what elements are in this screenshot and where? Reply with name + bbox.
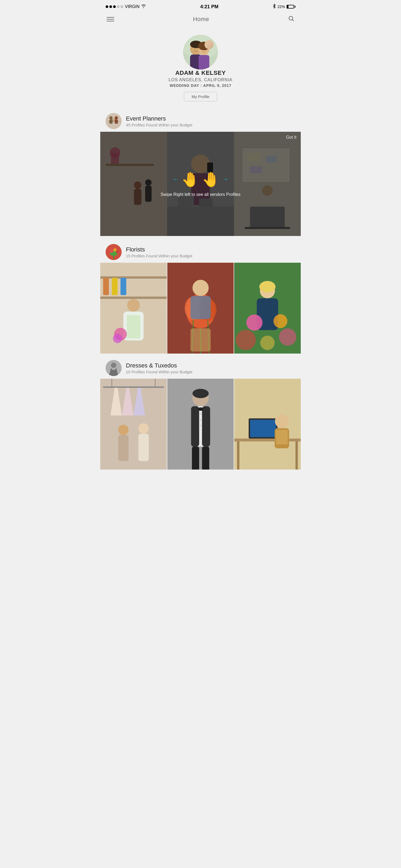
svg-point-44 <box>116 251 119 253</box>
svg-point-43 <box>113 248 117 251</box>
dresses-info: Dresses & Tuxedos 10 Profiles Found With… <box>126 362 192 374</box>
battery-icon <box>286 5 296 8</box>
svg-rect-9 <box>198 55 209 69</box>
svg-point-104 <box>275 414 289 428</box>
profile-name: ADAM & KELSEY <box>175 69 226 76</box>
wifi-icon <box>141 4 146 9</box>
svg-point-72 <box>274 314 287 328</box>
svg-rect-54 <box>127 315 140 338</box>
bluetooth-icon <box>273 4 276 10</box>
event-planners-title: Event Planners <box>126 115 192 122</box>
svg-point-0 <box>289 16 293 20</box>
search-icon[interactable] <box>288 15 294 23</box>
dresses-img-1 <box>100 379 167 469</box>
svg-rect-83 <box>118 435 129 461</box>
svg-rect-79 <box>103 386 164 388</box>
svg-rect-78 <box>100 379 167 469</box>
event-planners-subtitle: 45 Profiles Found Within your Budget <box>126 123 192 127</box>
svg-point-8 <box>198 42 210 50</box>
svg-rect-99 <box>234 438 301 441</box>
status-left: VIRGIN <box>105 4 146 9</box>
svg-rect-103 <box>250 420 276 437</box>
dresses-icon <box>105 360 122 376</box>
event-planners-icon <box>105 113 122 129</box>
svg-rect-50 <box>112 278 118 295</box>
event-planners-info: Event Planners 45 Profiles Found Within … <box>126 115 192 127</box>
svg-rect-14 <box>109 120 113 124</box>
battery-percent: 22% <box>277 4 285 9</box>
swipe-gesture: ← 🤚 🤚 → <box>173 171 228 188</box>
svg-rect-51 <box>121 278 126 295</box>
florists-img-2 <box>167 263 234 353</box>
florists-subtitle: 15 Profiles Found Within your Budget <box>126 254 192 258</box>
svg-point-96 <box>200 419 201 421</box>
florists-title: Florists <box>126 246 192 253</box>
svg-point-56 <box>113 334 122 343</box>
svg-rect-100 <box>237 441 240 469</box>
signal-dot-4 <box>117 5 120 8</box>
dresses-category: Dresses & Tuxedos 10 Profiles Found With… <box>100 354 301 379</box>
svg-point-97 <box>200 425 201 426</box>
got-it-button[interactable]: Got It <box>286 135 297 140</box>
svg-rect-94 <box>202 446 209 469</box>
dresses-img-3 <box>234 379 301 469</box>
svg-line-1 <box>292 20 294 21</box>
florists-img-1 <box>100 263 167 353</box>
profile-wedding-day: WEDDING DAY : APRIL 9, 2017 <box>170 83 232 88</box>
florists-image-grid <box>100 263 301 353</box>
florists-info: Florists 15 Profiles Found Within your B… <box>126 246 192 258</box>
swipe-overlay: Got It ← 🤚 🤚 → Swipe Right left to see a… <box>100 132 301 236</box>
svg-point-13 <box>109 116 113 120</box>
svg-point-15 <box>115 116 118 120</box>
signal-dot-3 <box>113 5 116 8</box>
svg-rect-85 <box>138 434 149 461</box>
svg-rect-16 <box>115 120 118 124</box>
svg-point-71 <box>246 314 263 331</box>
arrow-left-icon: ← <box>173 176 179 183</box>
svg-rect-47 <box>100 276 167 279</box>
svg-point-77 <box>111 363 116 368</box>
svg-point-84 <box>138 423 149 434</box>
svg-point-74 <box>279 329 297 346</box>
signal-dot-5 <box>121 5 123 8</box>
dresses-title: Dresses & Tuxedos <box>126 362 192 369</box>
florists-category: Florists 15 Profiles Found Within your B… <box>100 239 301 263</box>
profile-section: ADAM & KELSEY LOS ANGELES, CALIFORNIA WE… <box>100 27 301 108</box>
status-bar: VIRGIN 4:21 PM 22% <box>100 0 301 12</box>
svg-rect-106 <box>276 430 288 444</box>
my-profile-button[interactable]: My Profile <box>184 92 217 101</box>
svg-rect-90 <box>191 406 199 446</box>
menu-button[interactable] <box>107 17 114 21</box>
status-right: 22% <box>273 4 296 10</box>
svg-rect-93 <box>192 446 199 469</box>
dresses-image-grid <box>100 379 301 469</box>
svg-point-75 <box>260 336 275 350</box>
svg-point-42 <box>110 249 113 253</box>
swipe-instruction: Swipe Right left to see all vendors Prof… <box>161 192 241 197</box>
carrier-label: VIRGIN <box>125 4 140 9</box>
status-time: 4:21 PM <box>200 4 218 10</box>
dresses-subtitle: 10 Profiles Found Within your Budget <box>126 370 192 374</box>
svg-rect-101 <box>296 441 298 469</box>
svg-point-95 <box>200 413 201 415</box>
signal-dots <box>105 5 123 8</box>
svg-point-73 <box>236 330 256 350</box>
avatar <box>183 35 218 69</box>
svg-rect-48 <box>100 297 167 299</box>
bottom-space <box>100 470 301 481</box>
event-planners-swipe[interactable]: Got It ← 🤚 🤚 → Swipe Right left to see a… <box>100 132 301 236</box>
svg-point-69 <box>259 281 276 292</box>
profile-location: LOS ANGELES, CALIFORNIA <box>168 78 232 82</box>
svg-point-52 <box>127 299 140 312</box>
svg-point-82 <box>118 425 129 435</box>
arrow-right-icon: → <box>222 176 228 183</box>
dresses-img-2 <box>167 379 234 469</box>
event-planners-category: Event Planners 45 Profiles Found Within … <box>100 108 301 132</box>
signal-dot-1 <box>105 5 108 8</box>
svg-point-88 <box>192 389 209 398</box>
header-title: Home <box>193 16 209 23</box>
svg-rect-66 <box>190 329 211 351</box>
svg-rect-49 <box>103 278 109 295</box>
hand-left-icon: 🤚 <box>181 171 199 188</box>
header: Home <box>100 12 301 27</box>
